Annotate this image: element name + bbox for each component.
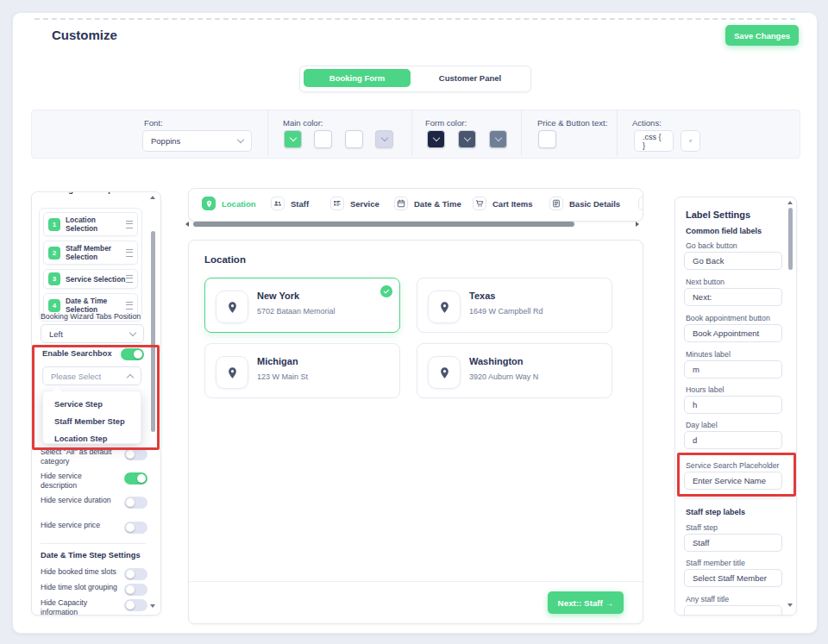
sequence-item[interactable]: 3 Service Selection [43,269,138,289]
next-step-button[interactable]: Next:: Staff → [548,591,624,614]
hours-label-input[interactable]: h [684,396,782,414]
field-label: Service Search Placeholder [686,461,780,470]
drag-handle-icon[interactable] [126,221,133,228]
location-step-card: Location New York 5702 Bataan Memorial T… [188,240,643,624]
wizard-tab-partial[interactable] [638,197,643,210]
toggle-row: Hide service price [41,521,147,534]
enable-searchbox-toggle[interactable] [121,348,144,360]
menu-item[interactable]: Location Step [43,430,141,447]
hide-slot-grouping-toggle[interactable] [124,584,147,596]
step-section-title: Location [204,254,246,265]
scroll-up-arrow[interactable] [150,196,155,199]
location-card-washington[interactable]: Washington 3920 Auburn Way N [417,343,612,398]
toggle-label: Hide Capacity information [41,598,120,616]
go-back-input[interactable]: Go Back [684,252,782,270]
save-changes-button[interactable]: Save Changes [725,25,799,46]
scroll-up-arrow[interactable] [787,201,793,204]
drag-handle-icon[interactable] [126,249,133,257]
scrollbar-thumb[interactable] [788,208,793,270]
scroll-right-arrow[interactable] [636,222,639,227]
wizard-tab-service[interactable]: Service [330,197,380,210]
wizard-tab-staff[interactable]: Staff [271,197,309,210]
chevron-down-icon [463,134,470,141]
scroll-down-arrow[interactable] [787,603,793,607]
searchbox-step-select-value: Please Select [51,372,101,381]
location-card-new-york[interactable]: New York 5702 Bataan Memorial [204,278,400,333]
custom-css-button[interactable]: .css { } [634,130,674,152]
hide-service-duration-toggle[interactable] [124,497,147,509]
chevron-down-icon [494,134,501,141]
horizontal-scrollbar-thumb[interactable] [193,222,574,227]
location-card-michigan[interactable]: Michigan 123 W Main St [204,343,400,398]
field-label: Staff member title [686,559,745,567]
location-pin-icon [202,197,216,210]
location-pin-icon [428,356,461,389]
tab-booking-form[interactable]: Booking Form [304,69,411,87]
sequence-item[interactable]: 2 Staff Member Selection [43,241,138,265]
main-color-swatch[interactable] [375,130,393,148]
form-color-swatch[interactable] [427,130,445,148]
staff-step-input[interactable]: Staff [684,534,782,552]
label-settings-panel: Label Settings Common field labels Go ba… [674,197,797,616]
scrollbar-thumb[interactable] [151,231,155,432]
sequence-list: 1 Location Selection 2 Staff Member Sele… [39,208,142,322]
scroll-left-arrow[interactable] [185,222,189,227]
main-color-swatch[interactable] [345,130,363,148]
hide-capacity-toggle[interactable] [124,599,147,611]
toggle-row: Hide service duration [41,496,147,509]
wizard-tab-label: Basic Details [569,199,620,209]
hide-service-description-toggle[interactable] [124,472,147,485]
toggle-knob [126,585,135,594]
form-color-label: Form color: [425,118,467,128]
form-color-swatch[interactable] [458,130,476,148]
tab-customer-panel[interactable]: Customer Panel [414,73,526,83]
main-color-swatch[interactable] [284,130,302,148]
price-button-text-swatch[interactable] [538,130,556,148]
sequence-item-label: Location Selection [66,216,126,233]
searchbox-step-select[interactable]: Please Select [42,366,141,385]
toggle-label: Select "All" as default category [41,447,120,466]
next-button-input[interactable]: Next: [684,288,782,306]
wizard-tab-datetime[interactable]: Date & Time [394,197,461,210]
book-appointment-input[interactable]: Book Appointment [684,324,782,342]
hide-booked-slots-toggle[interactable] [124,568,147,580]
refresh-icon [689,136,692,146]
staff-labels-heading: Staff step labels [686,508,745,516]
main-color-swatch[interactable] [314,130,332,148]
sequence-item[interactable]: 1 Location Selection [43,212,138,236]
menu-item[interactable]: Service Step [43,396,141,413]
any-staff-title-input[interactable] [684,605,782,616]
wizard-tab-basic-details[interactable]: Basic Details [549,197,620,210]
toggle-row: Hide booked time slots [41,567,147,580]
day-label-input[interactable]: d [684,431,782,449]
select-all-toggle[interactable] [124,448,147,460]
staff-member-title-input[interactable]: Select Staff Member [684,569,782,587]
sequence-title: Booking form sequence [41,191,134,194]
location-card-texas[interactable]: Texas 1649 W Campbell Rd [417,278,612,333]
tabs-position-select[interactable]: Left [41,324,144,343]
hide-service-price-toggle[interactable] [124,522,147,534]
wizard-tab-cart[interactable]: Cart Items [473,197,532,210]
font-select[interactable]: Poppins [142,130,252,152]
service-search-placeholder-input[interactable]: Enter Service Name [684,472,782,490]
toggle-knob [126,498,135,507]
field-label: Next button [686,278,724,286]
step-number-badge: 4 [48,299,60,312]
reset-button[interactable] [681,130,700,152]
divider [521,110,522,156]
page-title: Customize [52,28,117,42]
menu-item[interactable]: Staff Member Step [43,413,141,430]
location-address: 123 W Main St [257,372,308,381]
toggle-knob [137,474,146,483]
location-name: Michigan [257,356,298,366]
document-icon [549,197,563,210]
searchbox-step-menu: Service Step Staff Member Step Location … [42,391,141,444]
drag-handle-icon[interactable] [126,302,133,309]
location-pin-icon [428,291,461,323]
minutes-label-input[interactable]: m [684,360,782,378]
scroll-down-arrow[interactable] [150,604,155,608]
wizard-tab-location[interactable]: Location [202,197,256,210]
form-color-swatch[interactable] [489,130,507,148]
drag-handle-icon[interactable] [126,275,133,283]
field-label: Minutes label [686,350,731,359]
